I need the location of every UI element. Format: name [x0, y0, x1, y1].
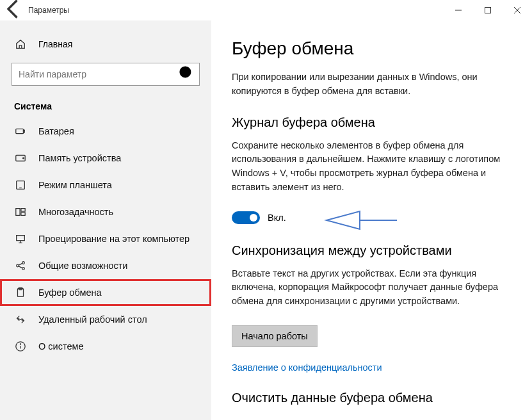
svg-point-18 — [22, 268, 25, 270]
svg-rect-15 — [17, 236, 25, 241]
history-desc: Сохраните несколько элементов в буфер об… — [232, 139, 507, 195]
svg-line-20 — [19, 266, 22, 268]
svg-point-4 — [179, 66, 191, 77]
history-heading: Журнал буфера обмена — [232, 115, 512, 130]
svg-line-5 — [190, 77, 196, 83]
sidebar-item-clipboard[interactable]: Буфер обмена — [0, 279, 211, 306]
sidebar-item-label: О системе — [38, 341, 83, 351]
home-icon — [14, 38, 27, 50]
sidebar-item-battery[interactable]: Батарея — [0, 118, 211, 145]
sidebar-item-label: Буфер обмена — [38, 287, 102, 298]
svg-rect-6 — [16, 129, 24, 133]
window-title: Параметры — [26, 6, 69, 15]
sidebar-item-label: Общие возможности — [38, 261, 127, 271]
sync-heading: Синхронизация между устройствами — [232, 243, 512, 258]
main-content: Буфер обмена При копировании или вырезан… — [211, 20, 532, 420]
annotation-arrow — [321, 206, 398, 236]
titlebar: Параметры — [0, 0, 532, 20]
sync-desc: Вставьте текст на других устройствах. Ес… — [232, 267, 507, 309]
search-input[interactable] — [12, 69, 176, 79]
clear-heading: Очистить данные буфера обмена — [232, 391, 512, 405]
sidebar-item-shared[interactable]: Общие возможности — [0, 252, 211, 279]
section-label: Система — [0, 97, 211, 118]
svg-point-17 — [22, 262, 25, 264]
page-title: Буфер обмена — [232, 38, 512, 59]
battery-icon — [14, 125, 27, 137]
sidebar-item-remote[interactable]: Удаленный рабочий стол — [0, 306, 211, 333]
privacy-link[interactable]: Заявление о конфиденциальности — [232, 362, 382, 373]
get-started-button[interactable]: Начало работы — [232, 325, 318, 347]
search-icon — [176, 63, 199, 86]
sidebar-item-label: Батарея — [38, 126, 74, 136]
home-link[interactable]: Главная — [0, 32, 211, 56]
shared-icon — [14, 260, 27, 271]
sidebar-item-about[interactable]: О системе — [0, 333, 211, 360]
sidebar-item-storage[interactable]: Память устройства — [0, 145, 211, 172]
back-button[interactable] — [3, 0, 26, 23]
svg-rect-12 — [16, 209, 20, 216]
sidebar-item-tablet[interactable]: Режим планшета — [0, 172, 211, 198]
remote-icon — [14, 314, 27, 325]
minimize-button[interactable] — [444, 0, 473, 20]
sidebar-item-label: Режим планшета — [38, 180, 112, 190]
sidebar-item-label: Память устройства — [38, 153, 121, 163]
multitask-icon — [14, 206, 27, 218]
svg-rect-14 — [21, 213, 25, 216]
svg-rect-7 — [24, 130, 25, 133]
home-label: Главная — [38, 39, 72, 49]
sidebar-item-label: Многозадачность — [38, 207, 113, 217]
svg-line-19 — [19, 263, 22, 265]
history-toggle[interactable] — [232, 211, 260, 224]
sidebar-item-projecting[interactable]: Проецирование на этот компьютер — [0, 225, 211, 252]
search-input-wrapper[interactable] — [12, 63, 200, 86]
storage-icon — [14, 152, 27, 164]
toggle-state-label: Вкл. — [268, 213, 286, 223]
svg-rect-13 — [21, 209, 25, 212]
sidebar-item-label: Проецирование на этот компьютер — [38, 234, 189, 244]
sidebar-item-multitask[interactable]: Многозадачность — [0, 198, 211, 225]
toggle-knob — [250, 214, 257, 222]
close-button[interactable] — [503, 0, 532, 20]
intro-text: При копировании или вырезании данных в W… — [232, 70, 507, 99]
svg-point-9 — [23, 158, 24, 159]
tablet-icon — [14, 179, 27, 191]
svg-point-26 — [20, 344, 20, 344]
clipboard-icon — [14, 287, 27, 298]
project-icon — [14, 233, 27, 245]
info-icon — [14, 341, 27, 352]
svg-point-16 — [17, 264, 19, 267]
sidebar-item-label: Удаленный рабочий стол — [38, 314, 147, 325]
maximize-button[interactable] — [473, 0, 503, 20]
svg-rect-1 — [485, 8, 491, 13]
sidebar: Главная Система Батарея Память устройств… — [0, 20, 211, 420]
